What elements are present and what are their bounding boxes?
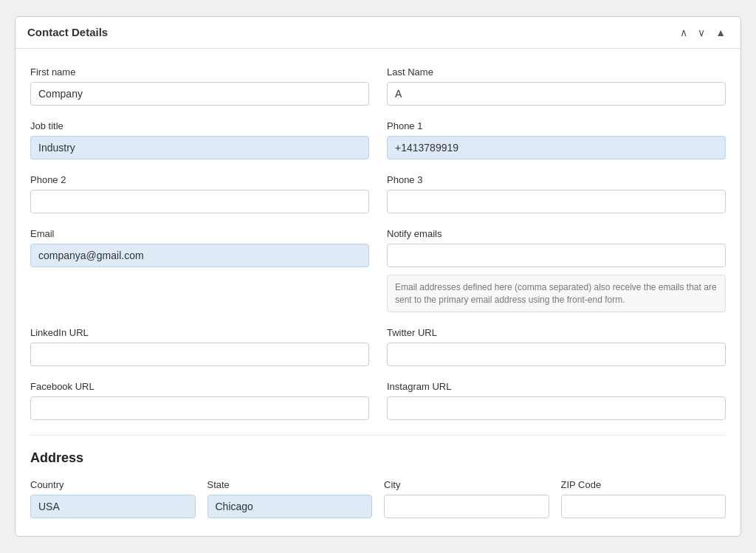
twitter-input[interactable] (387, 343, 726, 366)
last-name-input[interactable] (387, 82, 726, 106)
first-name-input[interactable] (30, 82, 369, 106)
first-name-group: First name (30, 66, 369, 106)
panel-title: Contact Details (27, 26, 108, 38)
zip-input[interactable] (561, 495, 726, 518)
contact-details-panel: Contact Details ∧ ∨ ▲ First name Last Na… (15, 16, 741, 537)
last-name-label: Last Name (387, 66, 726, 78)
state-group: State (207, 479, 373, 518)
notify-emails-label: Notify emails (387, 228, 726, 239)
country-group: Country (30, 479, 196, 518)
country-input[interactable] (30, 495, 196, 518)
twitter-label: Twitter URL (387, 327, 726, 338)
city-label: City (384, 479, 549, 490)
zip-label: ZIP Code (561, 479, 726, 490)
form-row-linkedin-twitter: LinkedIn URL Twitter URL (30, 327, 726, 366)
form-row-email-notify: Email Notify emails Email addresses defi… (30, 228, 726, 313)
notify-emails-group: Notify emails Email addresses defined he… (387, 228, 726, 313)
divider (30, 435, 726, 436)
facebook-label: Facebook URL (30, 381, 369, 392)
state-label: State (207, 479, 373, 490)
facebook-group: Facebook URL (30, 381, 369, 420)
phone2-input[interactable] (30, 190, 369, 213)
zip-group: ZIP Code (561, 479, 726, 518)
form-row-jobtitle-phone1: Job title Phone 1 (30, 120, 726, 159)
phone2-label: Phone 2 (30, 174, 369, 185)
panel-down-button[interactable]: ∨ (695, 26, 708, 39)
panel-body: First name Last Name Job title Phone 1 P… (16, 49, 740, 537)
job-title-label: Job title (30, 120, 369, 131)
facebook-input[interactable] (30, 396, 369, 420)
notify-emails-hint: Email addresses defined here (comma sepa… (387, 275, 726, 313)
form-row-name: First name Last Name (30, 66, 726, 106)
phone3-group: Phone 3 (387, 174, 726, 213)
email-input[interactable] (30, 244, 369, 267)
address-section-title: Address (30, 450, 726, 466)
phone1-label: Phone 1 (387, 120, 726, 131)
phone1-input[interactable] (387, 136, 726, 159)
email-label: Email (30, 228, 369, 239)
instagram-label: Instagram URL (387, 381, 726, 392)
first-name-label: First name (30, 66, 369, 78)
form-row-phone2-phone3: Phone 2 Phone 3 (30, 174, 726, 213)
country-label: Country (30, 479, 196, 490)
phone3-input[interactable] (387, 190, 726, 213)
phone2-group: Phone 2 (30, 174, 369, 213)
panel-up-button[interactable]: ∧ (677, 26, 690, 39)
email-group: Email (30, 228, 369, 313)
city-input[interactable] (384, 495, 549, 518)
instagram-input[interactable] (387, 396, 726, 420)
form-row-facebook-instagram: Facebook URL Instagram URL (30, 381, 726, 420)
linkedin-label: LinkedIn URL (30, 327, 369, 338)
state-input[interactable] (207, 495, 373, 518)
last-name-group: Last Name (387, 66, 726, 106)
job-title-input[interactable] (30, 136, 369, 159)
linkedin-input[interactable] (30, 343, 369, 366)
city-group: City (384, 479, 549, 518)
instagram-group: Instagram URL (387, 381, 726, 420)
address-row: Country State City ZIP Code (30, 479, 726, 518)
phone3-label: Phone 3 (387, 174, 726, 185)
twitter-group: Twitter URL (387, 327, 726, 366)
panel-controls: ∧ ∨ ▲ (677, 26, 729, 39)
panel-header: Contact Details ∧ ∨ ▲ (16, 17, 740, 49)
panel-collapse-button[interactable]: ▲ (712, 26, 729, 39)
notify-emails-input[interactable] (387, 244, 726, 267)
job-title-group: Job title (30, 120, 369, 159)
address-section: Address Country State City ZIP Code (30, 435, 726, 518)
phone1-group: Phone 1 (387, 120, 726, 159)
linkedin-group: LinkedIn URL (30, 327, 369, 366)
